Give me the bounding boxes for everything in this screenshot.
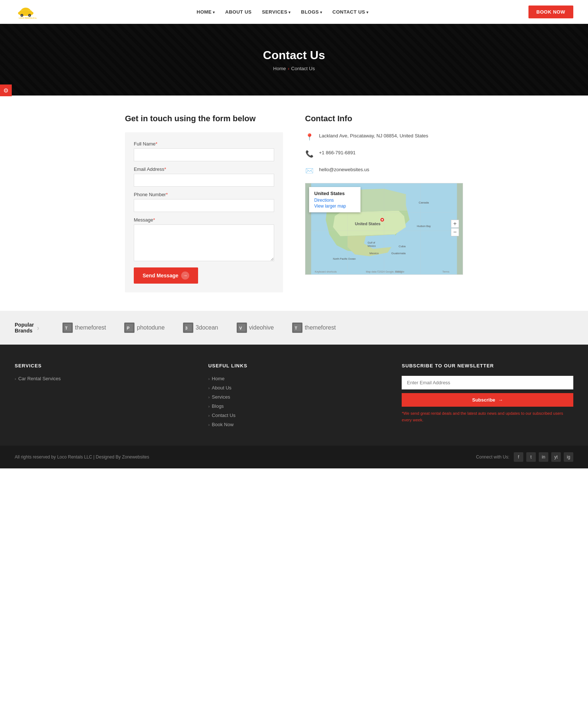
form-heading: Get in touch using the form below [125,114,283,123]
send-arrow-icon: → [181,271,189,280]
map-zoom-out[interactable]: − [451,228,459,236]
social-youtube[interactable]: yt [551,452,561,462]
email-icon: ✉️ [305,167,314,175]
book-now-button[interactable]: BOOK NOW [528,6,573,18]
brand-icon-videohive: V [237,323,247,333]
message-group: Message* [134,217,274,262]
email-group: Email Address* [134,166,274,187]
svg-text:P: P [127,326,129,330]
page-title: Contact Us [263,48,325,62]
hero-section: Contact Us Home › Contact Us [0,24,588,96]
email-input[interactable] [134,174,274,187]
brand-icon-themeforest-2: T [292,323,302,333]
brand-icon-3docean: 3 [183,323,193,333]
phone-group: Phone Number* [134,192,274,212]
email-item: ✉️ hello@zonewebsites.us [305,166,463,175]
nav-home[interactable]: HOME [197,9,215,15]
footer-link-blogs[interactable]: › Blogs [208,403,380,409]
footer-top: SERVICES › Car Rental Services USEFUL LI… [15,363,573,446]
newsletter-note: *We send great rental deals and the late… [402,410,573,423]
email-text[interactable]: hello@zonewebsites.us [319,166,369,173]
footer-link-services[interactable]: › Services [208,394,380,400]
chevron-icon-services: › [208,395,210,399]
map-directions-link[interactable]: Directions [314,198,355,203]
footer-link-home[interactable]: › Home [208,376,380,381]
send-message-button[interactable]: Send Message → [134,267,198,284]
brands-arrow-icon: › [37,324,39,332]
form-wrapper: Full Name* Email Address* Phone Number* … [125,132,283,292]
phone-text[interactable]: +1 866-791-6891 [319,149,355,157]
phone-item: 📞 +1 866-791-6891 [305,149,463,158]
brands-label: PopularBrands › [15,322,48,334]
nav-blogs[interactable]: BLOGS [301,9,322,15]
brand-name-themeforest-1: themeforest [75,324,106,331]
footer-services-heading: SERVICES [15,363,186,368]
svg-point-6 [29,15,31,16]
svg-text:Mexico: Mexico [368,245,376,247]
footer-useful-links: › Home › About Us › Services › Blogs › [208,376,380,427]
subscribe-arrow-icon: → [498,397,503,403]
svg-text:3: 3 [185,326,187,330]
breadcrumb: Home › Contact Us [273,66,315,71]
brand-name-photodune: photodune [137,324,165,331]
svg-text:Canada: Canada [419,201,429,204]
chevron-icon-home: › [208,377,210,381]
footer-service-link[interactable]: Car Rental Services [18,376,61,381]
nav-links: HOME ABOUT US SERVICES BLOGS CONTACT US [197,9,369,15]
social-instagram[interactable]: ig [564,452,573,462]
brand-name-themeforest-2: themeforest [305,324,336,331]
svg-text:Guatemala: Guatemala [391,252,406,255]
message-label: Message* [134,217,274,223]
footer-service-item[interactable]: › Car Rental Services [15,376,186,381]
brands-label-text: PopularBrands [15,322,34,334]
social-twitter[interactable]: t [526,452,536,462]
nav-about[interactable]: ABOUT US [225,9,252,15]
footer-link-about[interactable]: › About Us [208,385,380,391]
logo[interactable]: LOCO RENTALS LLC [15,4,37,19]
footer-newsletter-col: SUBSCRIBE TO OUR NEWSLETTER Subscribe → … [402,363,573,431]
footer-bottom: All rights reserved by Loco Rentals LLC … [0,446,588,468]
footer-services-col: SERVICES › Car Rental Services [15,363,186,431]
map-zoom-in[interactable]: + [451,220,459,228]
contact-section: Get in touch using the form below Full N… [118,114,470,292]
social-facebook[interactable]: f [514,452,523,462]
contact-form-column: Get in touch using the form below Full N… [125,114,283,292]
svg-point-5 [21,15,23,16]
svg-text:Cuba: Cuba [399,245,406,248]
nav-services[interactable]: SERVICES [262,9,291,15]
footer-link-book[interactable]: › Book Now [208,422,380,427]
svg-text:Map data ©2024 Google, INEGI: Map data ©2024 Google, INEGI [366,270,402,273]
brand-icon-themeforest-1: T [62,323,73,333]
social-linkedin[interactable]: in [539,452,548,462]
full-name-label: Full Name* [134,141,274,147]
newsletter-email-input[interactable] [402,376,573,389]
breadcrumb-home[interactable]: Home [273,66,286,71]
brands-section: PopularBrands › T themeforest P photodun… [0,311,588,345]
address-item: 📍 Lackland Ave, Piscataway, NJ 08854, Un… [305,132,463,141]
settings-widget[interactable]: ⚙ [0,84,12,96]
footer-useful-links-heading: USEFUL LINKS [208,363,380,368]
brand-item-3docean[interactable]: 3 3docean [183,323,218,333]
map-popup: United States Directions View larger map [309,187,361,212]
brand-item-videohive[interactable]: V videohive [237,323,274,333]
footer-link-contact[interactable]: › Contact Us [208,413,380,418]
full-name-input[interactable] [134,148,274,161]
svg-point-34 [381,219,383,220]
footer: SERVICES › Car Rental Services USEFUL LI… [0,345,588,468]
svg-rect-2 [20,10,32,14]
svg-text:North Pacific Ocean: North Pacific Ocean [333,258,356,260]
svg-text:V: V [239,326,242,330]
brand-item-themeforest-2[interactable]: T themeforest [292,323,336,333]
brands-list: T themeforest P photodune 3 3docean V vi… [62,323,573,333]
subscribe-button[interactable]: Subscribe → [402,393,573,407]
contact-info-column: Contact Info 📍 Lackland Ave, Piscataway,… [305,114,463,292]
nav-contact[interactable]: CONTACT US [333,9,369,15]
map-container[interactable]: United States Canada North Pacific Ocean… [305,183,463,275]
map-larger-link[interactable]: View larger map [314,204,355,209]
brand-item-themeforest-1[interactable]: T themeforest [62,323,106,333]
brand-item-photodune[interactable]: P photodune [124,323,165,333]
chevron-icon-contact: › [208,413,210,418]
svg-text:Terms: Terms [442,270,449,273]
phone-input[interactable] [134,199,274,212]
message-textarea[interactable] [134,224,274,261]
